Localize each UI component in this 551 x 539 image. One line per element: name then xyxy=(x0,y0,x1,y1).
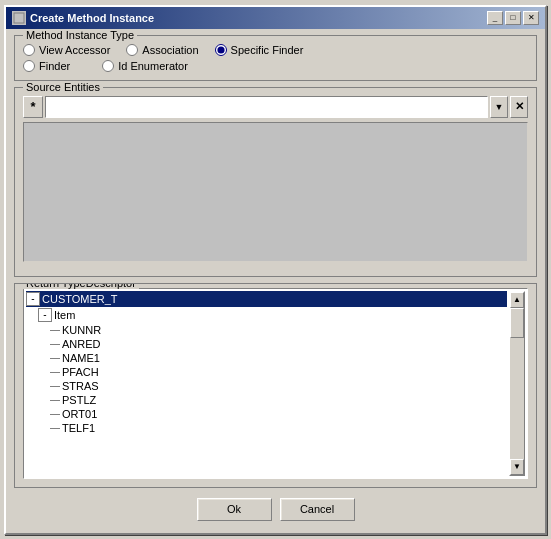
asterisk-button[interactable]: * xyxy=(23,96,43,118)
leaf-line-pfach xyxy=(50,367,60,377)
tree-label-telf1: TELF1 xyxy=(62,422,95,434)
tree-item-pstlz[interactable]: PSTLZ xyxy=(26,393,507,407)
window-title: Create Method Instance xyxy=(30,12,154,24)
tree-item-telf1[interactable]: TELF1 xyxy=(26,421,507,435)
radio-id-enumerator-label: Id Enumerator xyxy=(118,60,188,72)
source-entities-content: * ▼ ✕ xyxy=(23,96,528,262)
cancel-button[interactable]: Cancel xyxy=(280,498,355,521)
return-type-descriptor-group: Return TypeDescriptor - CUSTOMER_T - Ite… xyxy=(14,283,537,488)
tree-label-kunnr: KUNNR xyxy=(62,324,101,336)
method-instance-type-legend: Method Instance Type xyxy=(23,29,137,41)
source-entities-group: Source Entities * ▼ ✕ xyxy=(14,87,537,277)
radio-id-enumerator-input[interactable] xyxy=(102,60,114,72)
svg-rect-1 xyxy=(16,15,22,21)
leaf-line-stras xyxy=(50,381,60,391)
leaf-line-telf1 xyxy=(50,423,60,433)
leaf-line-kunnr xyxy=(50,325,60,335)
source-entities-dropdown-button[interactable]: ▼ xyxy=(490,96,508,118)
source-entities-input-row: * ▼ ✕ xyxy=(23,96,528,118)
tree-scroll-area: - CUSTOMER_T - Item KUNNR xyxy=(26,291,507,476)
window-icon xyxy=(12,11,26,25)
tree-scrollbar[interactable]: ▲ ▼ xyxy=(509,291,525,476)
source-entities-input[interactable] xyxy=(45,96,488,118)
radio-row-1: View Accessor Association Specific Finde… xyxy=(23,44,528,56)
tree-label-pfach: PFACH xyxy=(62,366,99,378)
expand-icon-customer-t[interactable]: - xyxy=(26,292,40,306)
source-entities-legend: Source Entities xyxy=(23,81,103,93)
radio-specific-finder[interactable]: Specific Finder xyxy=(215,44,304,56)
expand-icon-item[interactable]: - xyxy=(38,308,52,322)
method-instance-type-group: Method Instance Type View Accessor Assoc… xyxy=(14,35,537,81)
tree-label-item: Item xyxy=(54,309,75,321)
radio-association-label: Association xyxy=(142,44,198,56)
maximize-button[interactable]: □ xyxy=(505,11,521,25)
tree-label-stras: STRAS xyxy=(62,380,99,392)
leaf-line-anred xyxy=(50,339,60,349)
radio-specific-finder-label: Specific Finder xyxy=(231,44,304,56)
radio-specific-finder-input[interactable] xyxy=(215,44,227,56)
tree-label-name1: NAME1 xyxy=(62,352,100,364)
close-button[interactable]: ✕ xyxy=(523,11,539,25)
tree-container: - CUSTOMER_T - Item KUNNR xyxy=(23,288,528,479)
dropdown-arrow-icon: ▼ xyxy=(495,102,504,112)
window-body: Method Instance Type View Accessor Assoc… xyxy=(6,29,545,533)
delete-icon: ✕ xyxy=(515,100,524,113)
radio-association[interactable]: Association xyxy=(126,44,198,56)
source-entities-delete-button[interactable]: ✕ xyxy=(510,96,528,118)
minimize-button[interactable]: _ xyxy=(487,11,503,25)
scroll-down-button[interactable]: ▼ xyxy=(510,459,524,475)
radio-finder[interactable]: Finder xyxy=(23,60,70,72)
leaf-line-pstlz xyxy=(50,395,60,405)
source-entities-empty-area xyxy=(23,122,528,262)
ok-button[interactable]: Ok xyxy=(197,498,272,521)
scroll-up-button[interactable]: ▲ xyxy=(510,292,524,308)
tree-label-pstlz: PSTLZ xyxy=(62,394,96,406)
scroll-thumb[interactable] xyxy=(510,308,524,338)
radio-view-accessor-input[interactable] xyxy=(23,44,35,56)
radio-finder-label: Finder xyxy=(39,60,70,72)
bottom-buttons: Ok Cancel xyxy=(14,494,537,527)
tree-item-pfach[interactable]: PFACH xyxy=(26,365,507,379)
tree-label-ort01: ORT01 xyxy=(62,408,97,420)
tree-item-kunnr[interactable]: KUNNR xyxy=(26,323,507,337)
tree-label-anred: ANRED xyxy=(62,338,101,350)
radio-finder-input[interactable] xyxy=(23,60,35,72)
radio-row-2: Finder Id Enumerator xyxy=(23,60,528,72)
create-method-instance-dialog: Create Method Instance _ □ ✕ Method Inst… xyxy=(4,5,547,535)
title-bar: Create Method Instance _ □ ✕ xyxy=(6,7,545,29)
title-buttons: _ □ ✕ xyxy=(487,11,539,25)
leaf-line-name1 xyxy=(50,353,60,363)
tree-label-customer-t: CUSTOMER_T xyxy=(42,293,118,305)
radio-association-input[interactable] xyxy=(126,44,138,56)
leaf-line-ort01 xyxy=(50,409,60,419)
radio-view-accessor[interactable]: View Accessor xyxy=(23,44,110,56)
tree-item-customer-t[interactable]: - CUSTOMER_T xyxy=(26,291,507,307)
tree-item-name1[interactable]: NAME1 xyxy=(26,351,507,365)
title-bar-left: Create Method Instance xyxy=(12,11,154,25)
radio-id-enumerator[interactable]: Id Enumerator xyxy=(102,60,188,72)
tree-item-item[interactable]: - Item xyxy=(26,307,507,323)
tree-item-anred[interactable]: ANRED xyxy=(26,337,507,351)
radio-view-accessor-label: View Accessor xyxy=(39,44,110,56)
tree-item-stras[interactable]: STRAS xyxy=(26,379,507,393)
scroll-track[interactable] xyxy=(510,308,524,459)
tree-item-ort01[interactable]: ORT01 xyxy=(26,407,507,421)
return-type-legend: Return TypeDescriptor xyxy=(23,283,139,289)
